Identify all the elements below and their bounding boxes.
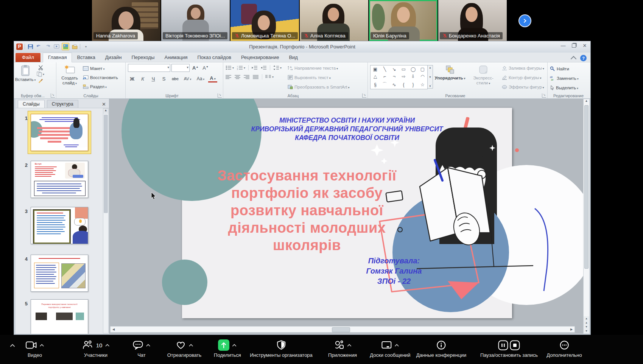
next-slide-icon2[interactable]: ▼ — [585, 329, 588, 333]
tab-slideshow[interactable]: Показ слайдов — [193, 53, 237, 62]
previous-slide-icon2[interactable]: ▲ — [585, 320, 588, 325]
restore-button[interactable] — [572, 44, 576, 48]
shapes-gallery[interactable]: ▣╲↘▭◯▢ △⌐¬⇨⇩◠ §⌒∿{}☆ — [370, 65, 428, 89]
save-icon[interactable] — [27, 43, 34, 50]
share-button[interactable]: Поделиться — [214, 339, 241, 358]
panel-scroll-up-icon[interactable]: ▲ — [103, 109, 108, 114]
horizontal-scrollbar[interactable]: ◀ ▶ — [110, 326, 575, 333]
redo-icon[interactable] — [44, 43, 51, 50]
slide-thumbnail-5[interactable]: Переваги використання технології портфол… — [31, 299, 88, 334]
underline-button[interactable]: Ч — [149, 76, 157, 82]
participant-tile[interactable]: Вікторія Токовенко ЗПОі... — [161, 0, 230, 41]
image-tool-icon[interactable] — [62, 43, 69, 50]
title-bar[interactable]: P Презентація. Портфоліо - Microsoft Pow… — [14, 41, 590, 53]
character-spacing-button[interactable]: AV — [182, 76, 193, 81]
layout-button[interactable]: Макет — [83, 64, 118, 72]
drawing-dialog-launcher[interactable] — [542, 93, 546, 98]
slide-thumbnail-3[interactable] — [31, 207, 88, 244]
tab-design[interactable]: Дизайн — [100, 53, 127, 62]
chevron-up-icon[interactable] — [395, 344, 399, 347]
previous-slide-icon[interactable]: ▲ — [585, 316, 588, 320]
align-left-icon[interactable] — [226, 75, 232, 79]
text-direction-button[interactable]: AНаправление текста — [288, 64, 350, 72]
help-icon[interactable]: ? — [580, 55, 587, 61]
chevron-up-icon[interactable] — [189, 344, 193, 347]
tab-animations[interactable]: Анимация — [159, 53, 192, 62]
font-dialog-launcher[interactable] — [218, 93, 222, 98]
shadow-button[interactable]: S — [160, 76, 168, 82]
line-spacing-icon[interactable] — [273, 65, 282, 70]
slide-nav-buttons[interactable]: ▲ ▲ ▼ ▼ — [584, 316, 589, 333]
chevron-up-icon[interactable] — [40, 344, 44, 347]
tab-transitions[interactable]: Переходы — [126, 53, 159, 62]
minimize-button[interactable]: — — [560, 43, 566, 48]
horizontal-scroll-thumb[interactable] — [332, 327, 350, 332]
host-tools-button[interactable]: Инструменты организатора — [250, 339, 313, 358]
collapse-ribbon-icon[interactable] — [571, 56, 577, 62]
folder-icon[interactable] — [71, 43, 78, 50]
decrease-font-icon[interactable]: A▼ — [201, 65, 210, 71]
shape-effects-button[interactable]: Эффекты фигур — [502, 83, 544, 91]
tab-view[interactable]: Вид — [284, 53, 303, 62]
customize-qat-dropdown[interactable] — [82, 43, 89, 50]
participant-tile[interactable]: Аліна Коптяєва — [300, 0, 368, 41]
increase-indent-icon[interactable] — [261, 65, 267, 70]
align-center-icon[interactable] — [235, 75, 241, 79]
scroll-up-icon[interactable]: ▲ — [584, 99, 589, 105]
meeting-info-button[interactable]: Данные конференции — [416, 339, 466, 358]
apps-button[interactable]: Приложения — [328, 339, 357, 358]
tab-insert[interactable]: Вставка — [72, 53, 100, 62]
quick-styles-button[interactable]: Экспресс-стили — [467, 64, 500, 86]
align-text-button[interactable]: Выровнять текст — [288, 73, 350, 81]
section-button[interactable]: Раздел — [83, 82, 118, 90]
tab-home[interactable]: Главная — [43, 53, 72, 62]
bold-button[interactable]: Ж — [128, 76, 136, 82]
next-participants-button[interactable] — [519, 15, 531, 26]
select-button[interactable]: Выделить — [550, 84, 579, 92]
columns-icon[interactable] — [265, 75, 274, 79]
slideshow-from-start-icon[interactable] — [53, 43, 60, 50]
react-button[interactable]: Отреагировать — [167, 339, 202, 358]
tab-review[interactable]: Рецензирование — [236, 53, 284, 62]
new-slide-button[interactable]: Создать слайд — [59, 64, 81, 86]
scroll-right-icon[interactable]: ▶ — [568, 328, 574, 331]
chevron-up-icon[interactable] — [105, 344, 109, 347]
clipboard-dialog-launcher[interactable] — [51, 93, 55, 98]
chevron-up-icon[interactable] — [347, 344, 352, 347]
font-size-combobox[interactable] — [171, 64, 190, 72]
find-button[interactable]: Найти — [550, 65, 579, 73]
tab-file[interactable]: Файл — [16, 53, 40, 62]
scroll-left-icon[interactable]: ◀ — [111, 328, 117, 331]
font-name-combobox[interactable] — [128, 64, 170, 72]
cut-icon[interactable] — [37, 65, 44, 70]
shape-fill-button[interactable]: Заливка фигуры — [502, 64, 544, 72]
participants-button[interactable]: 10 Участники — [82, 339, 110, 358]
slide-thumbnail-2[interactable]: Вступ — [31, 161, 88, 198]
more-button[interactable]: Дополнительно — [546, 339, 582, 358]
replace-button[interactable]: abacЗаменить — [550, 74, 579, 82]
close-button[interactable]: ✕ — [582, 43, 587, 48]
vertical-scroll-thumb[interactable] — [584, 105, 589, 269]
paragraph-dialog-launcher[interactable] — [362, 93, 366, 98]
toolbar-left-chevron[interactable] — [10, 339, 15, 352]
participant-tile[interactable]: Бондаренко Анастасія — [438, 0, 507, 41]
panel-tab-slides[interactable]: Слайды — [18, 100, 45, 108]
participant-tile[interactable]: Hanna Zakharova — [92, 0, 160, 41]
reset-button[interactable]: Восстановить — [83, 73, 118, 81]
panel-scrollbar[interactable]: ▲ — [103, 108, 109, 333]
arrange-button[interactable]: Упорядочить — [435, 64, 465, 81]
panel-close-icon[interactable]: ✕ — [102, 101, 106, 108]
numbering-icon[interactable]: 123 — [237, 65, 245, 70]
undo-icon[interactable] — [36, 43, 42, 50]
paste-button[interactable]: Вставить — [16, 64, 34, 82]
participant-tile-active-speaker[interactable]: Юлія Баруліна — [369, 0, 437, 41]
shapes-gallery-scroll[interactable]: ▲▼▼́ — [428, 65, 433, 89]
whiteboards-button[interactable]: Доски сообщений — [370, 339, 410, 358]
pause-recording-icon[interactable] — [498, 340, 508, 350]
smartart-button[interactable]: Преобразовать в SmartArt — [288, 83, 350, 91]
format-painter-icon[interactable] — [37, 78, 44, 83]
next-slide-icon[interactable]: ▼ — [585, 325, 588, 329]
change-case-button[interactable]: Aa — [195, 76, 206, 82]
chat-button[interactable]: Чат — [133, 339, 151, 358]
panel-tab-outline[interactable]: Структура — [47, 100, 78, 108]
